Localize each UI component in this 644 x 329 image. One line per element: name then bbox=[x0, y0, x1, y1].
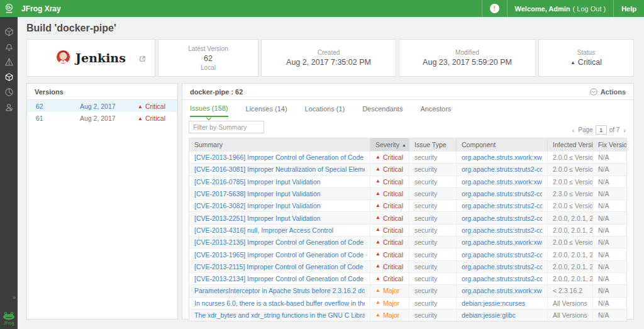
sidebar-icons bbox=[0, 23, 18, 114]
issue-summary-link[interactable]: [CVE-2013-2134] Improper Control of Gene… bbox=[194, 275, 365, 282]
tab-descendants[interactable]: Descendants bbox=[362, 100, 402, 117]
issue-type-cell: security bbox=[409, 309, 457, 321]
component-link[interactable]: debian:jessie:ncurses bbox=[462, 299, 525, 307]
component-link[interactable]: org.apache.struts:struts2-core bbox=[462, 202, 542, 209]
chevron-down-circle-icon bbox=[590, 88, 597, 96]
issue-summary-link[interactable]: The xdr_bytes and xdr_string functions i… bbox=[194, 311, 365, 319]
component-link[interactable]: org.apache.struts:struts2-core bbox=[462, 275, 542, 282]
issue-row[interactable]: [CVE-2013-2135] Improper Control of Gene… bbox=[189, 236, 626, 248]
component-link[interactable]: debian:jessie:glibc bbox=[462, 311, 516, 319]
tab-licenses[interactable]: Licenses (14) bbox=[246, 100, 287, 117]
tab-issues[interactable]: Issues (158) bbox=[190, 100, 228, 117]
issue-summary-link[interactable]: [CVE-2013-1965] Improper Control of Gene… bbox=[194, 251, 365, 259]
issue-row[interactable]: [CVE-2017-5638] Improper Input Validatio… bbox=[189, 187, 626, 199]
issue-summary-link[interactable]: [CVE-2016-0785] Improper Input Validatio… bbox=[194, 178, 321, 186]
component-link[interactable]: org.apache.struts.xwork:xwork-core bbox=[462, 238, 542, 246]
column-header-component[interactable]: Component bbox=[457, 138, 548, 151]
issue-row[interactable]: [CVE-2013-2134] Improper Control of Gene… bbox=[189, 272, 626, 284]
double-chevron-right-icon[interactable]: » bbox=[13, 294, 15, 301]
sidebar-item-users-icon[interactable] bbox=[0, 100, 18, 114]
infected-versions-cell: 2.0.0, 2.0.1, 2.0.2... bbox=[548, 273, 593, 284]
column-header-issue-type[interactable]: Issue Type bbox=[409, 138, 457, 151]
issue-row[interactable]: [CVE-2013-1965] Improper Control of Gene… bbox=[189, 248, 626, 260]
versions-panel: Versions 62Aug 2, 2017▲Critical61Aug 2, … bbox=[26, 83, 178, 320]
severity-triangle-icon: ▲ bbox=[375, 178, 380, 184]
sidebar-item-packages-icon[interactable] bbox=[0, 25, 18, 38]
severity-triangle-icon: ▲ bbox=[375, 263, 380, 269]
version-row[interactable]: 61Aug 2, 2017▲Critical bbox=[27, 112, 177, 124]
infected-versions-cell: 2.0.0 ≤ Version < ... bbox=[548, 164, 593, 175]
issue-summary-link[interactable]: [CVE-2013-4316] null, Improper Access Co… bbox=[194, 226, 333, 234]
version-number-link[interactable]: 62 bbox=[36, 103, 80, 110]
next-page-button[interactable]: › bbox=[622, 126, 627, 134]
filter-summary-input[interactable] bbox=[189, 121, 264, 133]
issue-row[interactable]: [CVE-2013-2115] Improper Control of Gene… bbox=[189, 260, 626, 272]
page-title: Build 'docker-pipe' bbox=[26, 23, 116, 34]
column-header-summary[interactable]: Summary bbox=[189, 138, 370, 151]
issue-row[interactable]: ParametersInterceptor in Apache Struts b… bbox=[189, 284, 626, 296]
issue-row[interactable]: [CVE-2016-3082] Improper Input Validatio… bbox=[189, 199, 626, 211]
component-link[interactable]: org.apache.struts.xwork:xwork-core bbox=[462, 153, 542, 161]
issue-summary-link[interactable]: [CVE-2013-1966] Improper Control of Gene… bbox=[194, 153, 365, 161]
issue-summary-link[interactable]: [CVE-2013-2115] Improper Control of Gene… bbox=[194, 263, 365, 270]
issue-summary-link[interactable]: In ncurses 6.0, there is a stack-based b… bbox=[194, 299, 365, 307]
issue-summary-link[interactable]: ParametersInterceptor in Apache Struts b… bbox=[194, 287, 365, 294]
issue-row[interactable]: [CVE-2016-3081] Improper Neutralization … bbox=[189, 163, 626, 175]
component-link[interactable]: org.apache.struts:struts2-core bbox=[462, 165, 542, 173]
issue-summary-link[interactable]: [CVE-2016-3082] Improper Input Validatio… bbox=[194, 202, 321, 209]
component-link[interactable]: org.apache.struts:struts2-core bbox=[462, 190, 542, 198]
issue-row[interactable]: [CVE-2016-0785] Improper Input Validatio… bbox=[189, 176, 626, 187]
component-link[interactable]: org.apache.struts:struts2-core bbox=[462, 215, 542, 222]
sort-asc-icon: ▲ bbox=[402, 143, 406, 147]
jfrog-logo-label: JFrog bbox=[4, 321, 14, 325]
issue-summary-link[interactable]: [CVE-2016-3081] Improper Neutralization … bbox=[194, 165, 365, 173]
modified-value: Aug 23, 2017 5:59:20 PM bbox=[423, 58, 512, 67]
page-number-input[interactable] bbox=[596, 125, 607, 135]
column-header-fix-versions[interactable]: Fix Versions bbox=[593, 138, 626, 151]
infected-versions-cell: 2.0.0 ≤ Version < ... bbox=[548, 152, 593, 163]
issue-row[interactable]: [CVE-2013-2251] Improper Input Validatio… bbox=[189, 211, 626, 223]
issue-row[interactable]: In ncurses 6.0, there is a stack-based b… bbox=[189, 297, 626, 309]
component-link[interactable]: org.apache.struts.xwork:xwork-core bbox=[462, 178, 542, 186]
issue-type-cell: security bbox=[409, 200, 457, 211]
version-number-link[interactable]: 61 bbox=[36, 114, 80, 122]
version-row[interactable]: 62Aug 2, 2017▲Critical bbox=[27, 100, 177, 112]
sidebar-item-watches-icon[interactable] bbox=[0, 40, 18, 53]
column-header-severity[interactable]: Severity▲ bbox=[370, 138, 409, 151]
issue-summary-link[interactable]: [CVE-2013-2251] Improper Input Validatio… bbox=[194, 215, 321, 222]
infected-versions-cell: 2.0.0, 2.0.1, 2.0.2... bbox=[548, 212, 593, 223]
logout-link[interactable]: ( Log Out ) bbox=[573, 5, 606, 13]
warning-icon[interactable]: ! bbox=[490, 4, 499, 13]
component-link[interactable]: org.apache.struts:struts2-core bbox=[462, 263, 542, 270]
component-link[interactable]: org.apache.struts:struts2-core bbox=[462, 226, 542, 234]
sidebar-item-builds-icon[interactable] bbox=[0, 70, 18, 84]
severity-triangle-icon: ▲ bbox=[375, 299, 380, 305]
issue-row[interactable]: The xdr_bytes and xdr_string functions i… bbox=[189, 309, 626, 321]
severity-cell: ▲Critical bbox=[370, 212, 409, 223]
external-link-icon[interactable] bbox=[139, 53, 146, 65]
issue-type-cell: security bbox=[409, 285, 457, 296]
modified-label: Modified bbox=[455, 49, 479, 56]
build-info-bar: Jenkins Latest Version 62 Local Created … bbox=[26, 39, 634, 77]
issue-summary-link[interactable]: [CVE-2017-5638] Improper Input Validatio… bbox=[194, 190, 321, 198]
issue-row[interactable]: [CVE-2013-1966] Improper Control of Gene… bbox=[189, 151, 626, 163]
critical-triangle-icon: ▲ bbox=[138, 116, 143, 121]
prev-page-button[interactable]: ‹ bbox=[571, 126, 576, 134]
column-header-infected-versi[interactable]: Infected Versi... bbox=[548, 138, 593, 151]
help-link[interactable]: Help bbox=[613, 0, 644, 17]
latest-version-sub: Local bbox=[201, 64, 216, 71]
versions-panel-header: Versions bbox=[27, 84, 177, 100]
sidebar-item-policies-icon[interactable] bbox=[0, 55, 18, 69]
page-of-label: of 7 bbox=[609, 126, 620, 133]
issue-type-cell: security bbox=[409, 212, 457, 223]
issue-row[interactable]: [CVE-2013-4316] null, Improper Access Co… bbox=[189, 224, 626, 236]
issues-table-header: SummarySeverity▲Issue TypeComponentInfec… bbox=[189, 138, 626, 151]
sidebar-item-reports-icon[interactable] bbox=[0, 85, 18, 99]
component-link[interactable]: org.apache.struts:struts2-core bbox=[462, 251, 542, 259]
issue-summary-link[interactable]: [CVE-2013-2135] Improper Control of Gene… bbox=[194, 238, 365, 246]
actions-button[interactable]: Actions bbox=[590, 88, 626, 96]
tab-ancestors[interactable]: Ancestors bbox=[420, 100, 451, 117]
component-link[interactable]: org.apache.struts.xwork:xwork-core bbox=[462, 287, 542, 294]
tab-locations[interactable]: Locations (1) bbox=[305, 100, 345, 117]
fix-versions-cell: N/A bbox=[593, 176, 626, 187]
